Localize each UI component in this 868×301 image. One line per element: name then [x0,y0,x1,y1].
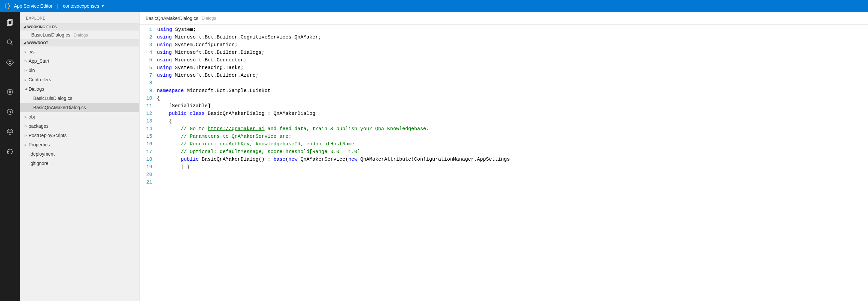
run-icon[interactable] [0,87,20,97]
activity-bar [0,12,20,301]
tree-node-label: .gitignore [29,160,49,167]
tree-node-label: Dialogs [29,86,44,92]
search-icon[interactable] [0,37,20,48]
chevron-right-icon: ▷ [25,67,29,74]
editor-tab[interactable]: BasicQnAMakerDialog.cs Dialogs [140,12,868,25]
chevron-right-icon: ▷ [25,76,29,83]
tree-node-label: .vs [29,48,35,55]
working-files-header[interactable]: ◢ WORKING FILES [20,23,139,31]
code-area[interactable]: 123456789101112131415161718192021 using … [140,25,868,301]
svg-rect-1 [7,21,11,26]
working-file-item[interactable]: BasicLuisDialog.cs Dialogs [20,31,139,39]
folder-node[interactable]: ▷App_Start [20,57,139,66]
folder-node[interactable]: ▷packages [20,122,139,131]
tab-filename: BasicQnAMakerDialog.cs [146,15,198,21]
working-file-hint: Dialogs [73,33,88,37]
tree-node-label: Properties [29,141,50,148]
folder-node[interactable]: ▷Controllers [20,75,139,84]
line-gutter: 123456789101112131415161718192021 [140,25,157,301]
tree-node-label: packages [29,123,49,129]
tree-node-label: App_Start [29,58,49,64]
titlebar-divider: | [57,3,59,9]
file-node[interactable]: .gitignore [20,159,139,168]
tab-path: Dialogs [202,15,216,21]
wwwroot-label: WWWROOT [27,41,48,45]
chevron-down-icon: ◢ [23,25,27,29]
wwwroot-header[interactable]: ◢ WWWROOT [20,39,139,46]
working-file-name: BasicLuisDialog.cs [31,32,70,37]
chevron-right-icon: ▷ [25,48,29,55]
app-logo-icon [4,3,11,9]
file-node[interactable]: .deployment [20,149,139,159]
app-title: App Service Editor [14,3,53,9]
chevron-down-icon: ▼ [101,4,105,8]
svg-rect-11 [9,131,11,133]
project-name: contosoexpenses [63,3,99,9]
chevron-down-icon: ◢ [25,86,29,92]
project-dropdown[interactable]: contosoexpenses ▼ [63,3,105,9]
chevron-right-icon: ▷ [25,123,29,129]
files-icon[interactable] [0,17,20,28]
folder-node[interactable]: ▷Properties [20,140,139,149]
sidebar-title: EXPLORE [20,12,139,23]
folder-node[interactable]: ▷PostDeployScripts [20,131,139,140]
svg-point-10 [7,129,13,135]
tree-node-label: .deployment [29,150,55,157]
tree-node-label: bin [29,67,35,74]
svg-rect-0 [8,20,12,25]
svg-point-8 [7,89,13,95]
tree-node-label: BasicLuisDialog.cs [33,95,72,102]
svg-point-2 [7,40,12,44]
signout-icon[interactable] [0,106,20,117]
tree-node-label: obj [29,113,35,120]
folder-node[interactable]: ◢Dialogs [20,84,139,94]
folder-node[interactable]: ▷bin [20,66,139,75]
code-content[interactable]: using System;using Microsoft.Bot.Builder… [157,25,868,301]
working-files-label: WORKING FILES [27,25,57,29]
file-node[interactable]: BasicQnAMakerDialog.cs [20,103,139,112]
tree-node-label: BasicQnAMakerDialog.cs [33,104,86,111]
refresh-icon[interactable] [0,146,20,157]
output-icon[interactable] [0,127,20,137]
folder-node[interactable]: ▷.vs [20,47,139,57]
chevron-right-icon: ▷ [25,132,29,139]
chevron-right-icon: ▷ [25,113,29,120]
chevron-down-icon: ◢ [23,41,27,44]
chevron-right-icon: ▷ [25,58,29,64]
tree-node-label: PostDeployScripts [29,132,66,139]
git-icon[interactable] [0,57,20,68]
explorer-sidebar: EXPLORE ◢ WORKING FILES BasicLuisDialog.… [20,12,140,301]
file-tree: ▷.vs▷App_Start▷bin▷Controllers◢DialogsBa… [20,46,139,169]
chevron-right-icon: ▷ [25,141,29,148]
folder-node[interactable]: ▷obj [20,112,139,122]
activity-separator [6,77,14,77]
svg-line-3 [11,43,13,45]
tree-node-label: Controllers [29,76,51,83]
titlebar: App Service Editor | contosoexpenses ▼ [0,0,868,12]
file-node[interactable]: BasicLuisDialog.cs [20,94,139,103]
editor-pane: BasicQnAMakerDialog.cs Dialogs 123456789… [140,12,868,301]
